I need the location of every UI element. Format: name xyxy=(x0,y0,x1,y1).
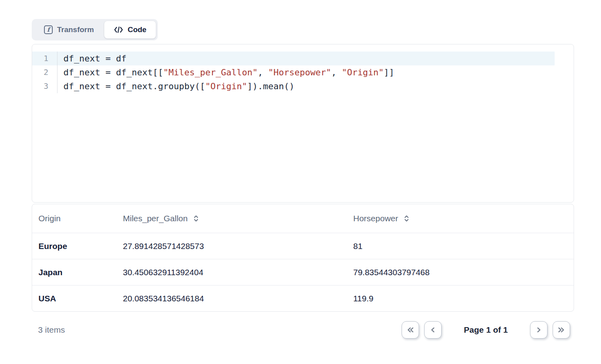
chevron-left-icon xyxy=(429,326,437,334)
pagination-controls: Page 1 of 1 xyxy=(402,321,570,339)
cell-origin: USA xyxy=(32,294,123,303)
code-text: , xyxy=(258,67,268,77)
code-text: ]] xyxy=(384,67,394,77)
items-count: 3 items xyxy=(38,325,65,335)
string-literal: "Horsepower" xyxy=(268,67,331,77)
prev-page-button[interactable] xyxy=(424,321,442,339)
cell-mpg: 27.891428571428573 xyxy=(123,241,353,251)
column-header-horsepower[interactable]: Horsepower xyxy=(353,214,574,223)
sort-icon[interactable] xyxy=(404,215,410,222)
tab-code[interactable]: Code xyxy=(104,21,156,38)
double-chevron-left-icon xyxy=(406,326,415,334)
sort-icon[interactable] xyxy=(193,215,199,222)
code-line-3[interactable]: df_next = df_next.groupby(["Origin"]).me… xyxy=(57,79,555,93)
table-footer: 3 items Page 1 of 1 xyxy=(32,316,574,343)
code-line-1[interactable]: df_next = df xyxy=(57,52,555,65)
code-content[interactable]: df_next = df df_next = df_next[["Miles_p… xyxy=(57,52,555,202)
line-number: 2 xyxy=(32,65,57,79)
code-text: , xyxy=(331,67,342,77)
code-text: df_next = df_next[[ xyxy=(63,67,163,77)
tab-transform-label: Transform xyxy=(57,25,94,34)
next-page-button[interactable] xyxy=(530,321,547,339)
tab-code-label: Code xyxy=(128,25,147,34)
table-row: USA 20.083534136546184 119.9 xyxy=(32,285,574,311)
function-icon: f xyxy=(44,25,53,34)
column-header-miles-per-gallon[interactable]: Miles_per_Gallon xyxy=(123,214,353,223)
cell-mpg: 20.083534136546184 xyxy=(123,294,353,303)
column-label: Horsepower xyxy=(353,214,398,223)
cell-horsepower: 79.83544303797468 xyxy=(353,268,574,277)
string-literal: "Miles_per_Gallon" xyxy=(163,67,258,77)
transform-widget: f Transform Code 1 2 3 df_next = df df_n… xyxy=(32,19,574,343)
tab-transform[interactable]: f Transform xyxy=(34,21,104,38)
cell-horsepower: 81 xyxy=(353,241,574,251)
table-row: Europe 27.891428571428573 81 xyxy=(32,233,574,259)
string-literal: "Origin" xyxy=(205,81,247,91)
column-label: Miles_per_Gallon xyxy=(123,214,188,223)
table-row: Japan 30.450632911392404 79.835443037974… xyxy=(32,259,574,285)
cell-origin: Europe xyxy=(32,241,123,251)
code-line-2[interactable]: df_next = df_next[["Miles_per_Gallon", "… xyxy=(57,65,555,79)
code-text: df_next = df_next.groupby([ xyxy=(63,81,205,91)
double-chevron-right-icon xyxy=(557,326,566,334)
column-label: Origin xyxy=(38,214,61,223)
page-indicator: Page 1 of 1 xyxy=(464,325,508,335)
code-icon xyxy=(114,25,123,34)
cell-horsepower: 119.9 xyxy=(353,294,574,303)
view-mode-tabs: f Transform Code xyxy=(32,19,158,40)
cell-origin: Japan xyxy=(32,268,123,277)
line-number: 3 xyxy=(32,79,57,93)
last-page-button[interactable] xyxy=(553,321,570,339)
code-text: df_next = df xyxy=(63,54,126,63)
code-editor[interactable]: 1 2 3 df_next = df df_next = df_next[["M… xyxy=(32,44,574,203)
cell-mpg: 30.450632911392404 xyxy=(123,268,353,277)
result-table: Origin Miles_per_Gallon Horsepower xyxy=(32,204,574,312)
first-page-button[interactable] xyxy=(402,321,419,339)
column-header-origin: Origin xyxy=(32,214,123,223)
table-header-row: Origin Miles_per_Gallon Horsepower xyxy=(32,204,574,233)
chevron-right-icon xyxy=(535,326,543,334)
line-number-gutter: 1 2 3 xyxy=(32,52,57,93)
code-text: ]).mean() xyxy=(247,81,295,91)
line-number: 1 xyxy=(32,52,57,65)
string-literal: "Origin" xyxy=(342,67,384,77)
